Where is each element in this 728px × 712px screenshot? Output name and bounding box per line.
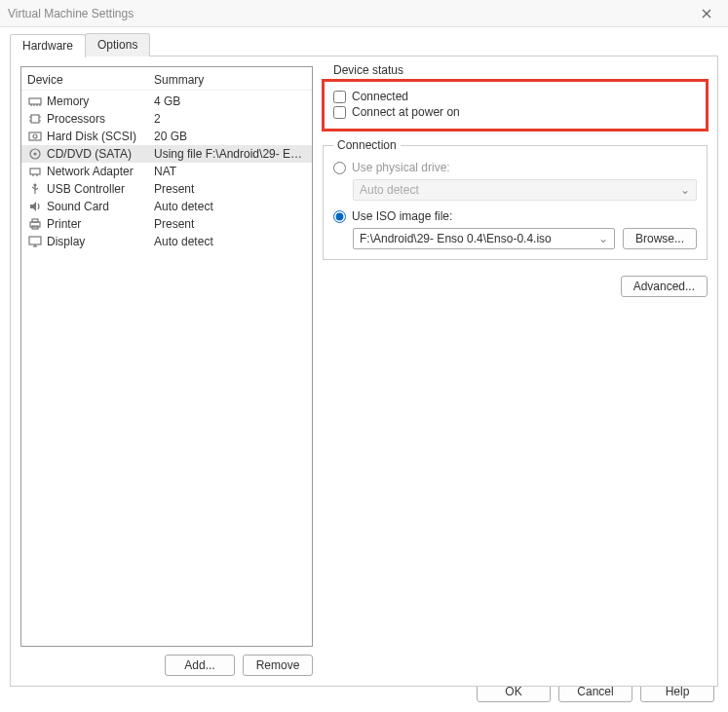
device-table: Device Summary Memory 4 GB Processors 2 bbox=[20, 66, 313, 647]
device-name: Processors bbox=[47, 112, 154, 126]
svg-rect-16 bbox=[30, 169, 40, 174]
physical-drive-radio-row[interactable]: Use physical drive: bbox=[333, 160, 697, 175]
svg-marker-23 bbox=[30, 202, 36, 211]
device-summary: 20 GB bbox=[154, 130, 306, 143]
device-status-group: Device status Connected Connect at power… bbox=[323, 80, 708, 131]
connected-checkbox[interactable] bbox=[333, 91, 346, 103]
table-row[interactable]: Printer Present bbox=[21, 215, 312, 233]
tab-panel-hardware: Device Summary Memory 4 GB Processors 2 bbox=[10, 56, 718, 687]
table-row[interactable]: USB Controller Present bbox=[21, 180, 312, 198]
device-name: USB Controller bbox=[47, 182, 154, 196]
titlebar: Virtual Machine Settings bbox=[0, 0, 728, 27]
connection-legend: Connection bbox=[333, 138, 401, 152]
svg-rect-2 bbox=[29, 98, 41, 104]
usb-icon bbox=[27, 182, 43, 196]
device-table-header: Device Summary bbox=[21, 67, 312, 91]
device-name: Display bbox=[47, 235, 154, 248]
device-summary: Auto detect bbox=[154, 235, 306, 248]
device-summary: NAT bbox=[154, 165, 306, 178]
table-row[interactable]: Hard Disk (SCSI) 20 GB bbox=[21, 128, 312, 145]
close-icon[interactable] bbox=[693, 4, 720, 23]
table-row[interactable]: Processors 2 bbox=[21, 110, 312, 128]
chevron-down-icon: ⌄ bbox=[598, 232, 608, 245]
advanced-row: Advanced... bbox=[323, 276, 708, 297]
iso-path-combo[interactable]: F:\Android\29- Enso 0.4\Enso-0.4.iso ⌄ bbox=[353, 228, 615, 249]
tab-options[interactable]: Options bbox=[85, 33, 150, 56]
svg-rect-7 bbox=[31, 115, 39, 123]
left-column: Device Summary Memory 4 GB Processors 2 bbox=[20, 66, 313, 676]
tab-hardware[interactable]: Hardware bbox=[10, 34, 86, 57]
physical-drive-combo: Auto detect ⌄ bbox=[353, 179, 697, 201]
device-summary: Using file F:\Android\29- Ens... bbox=[154, 147, 306, 161]
device-name: Hard Disk (SCSI) bbox=[47, 130, 154, 143]
physical-drive-value: Auto detect bbox=[360, 183, 419, 197]
table-row[interactable]: Memory 4 GB bbox=[21, 93, 312, 110]
iso-radio-row[interactable]: Use ISO image file: bbox=[333, 208, 697, 224]
tabs: Hardware Options bbox=[10, 33, 718, 56]
device-name: Memory bbox=[47, 94, 154, 108]
device-name: Printer bbox=[47, 217, 154, 231]
svg-point-14 bbox=[30, 149, 40, 159]
iso-label: Use ISO image file: bbox=[352, 209, 452, 223]
printer-icon bbox=[27, 217, 43, 231]
browse-button[interactable]: Browse... bbox=[623, 228, 697, 249]
content: Hardware Options Device Summary Memory 4… bbox=[0, 27, 728, 696]
svg-point-13 bbox=[33, 134, 37, 138]
sound-icon bbox=[27, 200, 43, 213]
device-status-legend: Device status bbox=[329, 63, 407, 77]
physical-drive-radio[interactable] bbox=[333, 162, 346, 174]
table-row[interactable]: Sound Card Auto detect bbox=[21, 198, 312, 215]
poweron-checkbox[interactable] bbox=[333, 106, 346, 119]
header-device[interactable]: Device bbox=[27, 73, 154, 87]
disc-icon bbox=[27, 147, 43, 161]
iso-path-value: F:\Android\29- Enso 0.4\Enso-0.4.iso bbox=[360, 232, 552, 245]
right-column: Device status Connected Connect at power… bbox=[323, 66, 708, 676]
device-summary: 2 bbox=[154, 112, 306, 126]
left-buttons: Add... Remove bbox=[20, 655, 313, 676]
connected-checkbox-row[interactable]: Connected bbox=[333, 89, 697, 104]
advanced-button[interactable]: Advanced... bbox=[621, 276, 708, 297]
iso-radio[interactable] bbox=[333, 210, 346, 223]
table-row[interactable]: CD/DVD (SATA) Using file F:\Android\29- … bbox=[21, 145, 312, 163]
device-summary: Auto detect bbox=[154, 200, 306, 213]
poweron-checkbox-row[interactable]: Connect at power on bbox=[333, 104, 697, 120]
connection-group: Connection Use physical drive: Auto dete… bbox=[323, 138, 708, 260]
physical-drive-label: Use physical drive: bbox=[352, 161, 450, 174]
device-name: Sound Card bbox=[47, 200, 154, 213]
poweron-label: Connect at power on bbox=[352, 105, 460, 119]
display-icon bbox=[27, 235, 43, 248]
remove-button[interactable]: Remove bbox=[243, 655, 313, 676]
cpu-icon bbox=[27, 112, 43, 126]
add-button[interactable]: Add... bbox=[165, 655, 235, 676]
memory-icon bbox=[27, 94, 43, 108]
device-summary: Present bbox=[154, 217, 306, 231]
network-icon bbox=[27, 165, 43, 178]
svg-rect-25 bbox=[32, 219, 38, 222]
hdd-icon bbox=[27, 130, 43, 143]
svg-rect-12 bbox=[29, 132, 41, 140]
device-summary: 4 GB bbox=[154, 94, 306, 108]
device-name: Network Adapter bbox=[47, 165, 154, 178]
table-row[interactable]: Display Auto detect bbox=[21, 233, 312, 250]
window-title: Virtual Machine Settings bbox=[8, 7, 693, 20]
chevron-down-icon: ⌄ bbox=[680, 183, 690, 197]
svg-rect-27 bbox=[29, 237, 41, 244]
connected-label: Connected bbox=[352, 90, 408, 103]
device-summary: Present bbox=[154, 182, 306, 196]
header-summary[interactable]: Summary bbox=[154, 73, 204, 87]
device-name: CD/DVD (SATA) bbox=[47, 147, 154, 161]
table-row[interactable]: Network Adapter NAT bbox=[21, 163, 312, 180]
svg-point-15 bbox=[34, 153, 36, 155]
